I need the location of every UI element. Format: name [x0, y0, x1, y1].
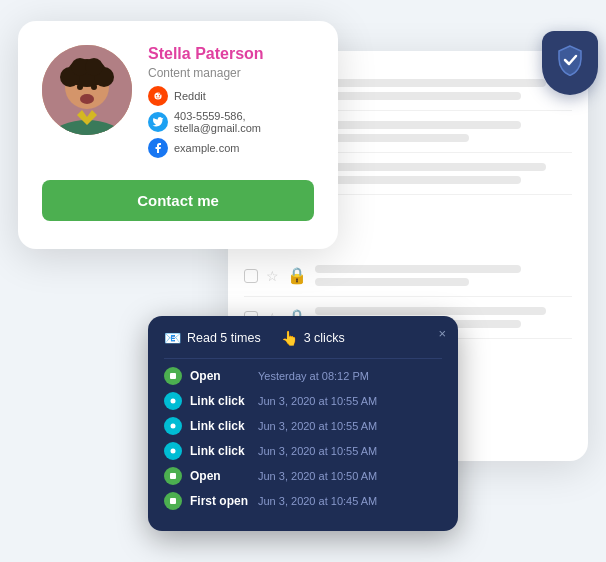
shield-check-icon: [556, 44, 584, 82]
activity-item-6: First open Jun 3, 2020 at 10:45 AM: [164, 492, 442, 510]
avatar: [42, 45, 132, 135]
first-open-dot-icon: [164, 492, 182, 510]
email-content: [315, 79, 572, 100]
svg-point-8: [85, 58, 103, 76]
email-line: [315, 92, 521, 100]
svg-point-21: [171, 449, 176, 454]
email-stat-icon: 📧: [164, 330, 181, 346]
reddit-label: Reddit: [174, 90, 206, 102]
activity-label: Link click: [190, 394, 250, 408]
activity-item-1: Open Yesterday at 08:12 PM: [164, 367, 442, 385]
click-dot-icon: [164, 392, 182, 410]
reddit-icon: [148, 86, 168, 106]
svg-point-10: [91, 84, 97, 90]
activity-popup: × 📧 Read 5 times 👆 3 clicks Open Yesterd…: [148, 316, 458, 531]
email-line: [315, 265, 521, 273]
svg-point-15: [159, 95, 160, 96]
contact-card: Stella Paterson Content manager: [18, 21, 338, 249]
activity-item-2: Link click Jun 3, 2020 at 10:55 AM: [164, 392, 442, 410]
email-content: [315, 265, 572, 286]
activity-time: Jun 3, 2020 at 10:50 AM: [258, 470, 377, 482]
activity-label: Link click: [190, 444, 250, 458]
contact-title: Content manager: [148, 66, 314, 80]
open-dot-icon: [164, 467, 182, 485]
website: example.com: [174, 142, 239, 154]
activity-item-5: Open Jun 3, 2020 at 10:50 AM: [164, 467, 442, 485]
open-dot-icon: [164, 367, 182, 385]
activity-item-3: Link click Jun 3, 2020 at 10:55 AM: [164, 417, 442, 435]
contact-reddit: Reddit: [148, 86, 314, 106]
email-content: [315, 163, 572, 184]
svg-point-11: [80, 94, 94, 104]
svg-point-14: [156, 95, 157, 96]
click-dot-icon: [164, 442, 182, 460]
email-line: [315, 79, 546, 87]
activity-label: Open: [190, 469, 250, 483]
svg-rect-23: [170, 498, 176, 504]
email-content: [315, 121, 572, 142]
email-line: [315, 121, 521, 129]
email-line: [315, 278, 469, 286]
activity-label: First open: [190, 494, 250, 508]
shield-badge: [542, 31, 598, 95]
read-stat: 📧 Read 5 times: [164, 330, 261, 346]
activity-time: Jun 3, 2020 at 10:45 AM: [258, 495, 377, 507]
click-stat: 👆 3 clicks: [281, 330, 345, 346]
activity-time: Jun 3, 2020 at 10:55 AM: [258, 420, 377, 432]
phone-email: 403-5559-586, stella@gmail.com: [174, 110, 314, 134]
popup-header: 📧 Read 5 times 👆 3 clicks: [164, 330, 442, 346]
email-line: [315, 307, 546, 315]
contact-me-button[interactable]: Contact me: [42, 180, 314, 221]
star-icon[interactable]: ☆: [266, 268, 279, 284]
activity-time: Jun 3, 2020 at 10:55 AM: [258, 395, 377, 407]
click-stat-label: 3 clicks: [304, 331, 345, 345]
divider: [164, 358, 442, 359]
activity-time: Jun 3, 2020 at 10:55 AM: [258, 445, 377, 457]
email-row: ☆ 🔒: [244, 255, 572, 297]
email-line: [315, 163, 546, 171]
twitter-icon: [148, 112, 168, 132]
svg-point-20: [171, 424, 176, 429]
svg-point-9: [77, 84, 83, 90]
close-icon[interactable]: ×: [438, 326, 446, 341]
checkbox[interactable]: [244, 269, 258, 283]
email-icon: 🔒: [287, 266, 307, 285]
read-stat-label: Read 5 times: [187, 331, 261, 345]
activity-item-4: Link click Jun 3, 2020 at 10:55 AM: [164, 442, 442, 460]
svg-rect-22: [170, 473, 176, 479]
click-stat-icon: 👆: [281, 330, 298, 346]
contact-website: example.com: [148, 138, 314, 158]
activity-time: Yesterday at 08:12 PM: [258, 370, 369, 382]
contact-info: Stella Paterson Content manager: [148, 45, 314, 162]
facebook-icon: [148, 138, 168, 158]
svg-point-19: [171, 399, 176, 404]
click-dot-icon: [164, 417, 182, 435]
svg-rect-18: [170, 373, 176, 379]
activity-label: Open: [190, 369, 250, 383]
email-line: [315, 176, 521, 184]
contact-phone-email: 403-5559-586, stella@gmail.com: [148, 110, 314, 134]
activity-label: Link click: [190, 419, 250, 433]
contact-name: Stella Paterson: [148, 45, 314, 63]
email-line: [315, 134, 469, 142]
